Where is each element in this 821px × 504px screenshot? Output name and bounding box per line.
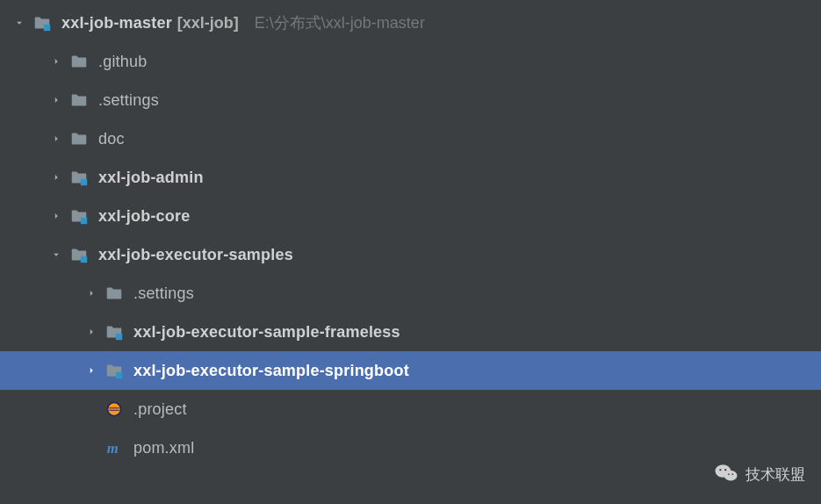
tree-item-label: .settings bbox=[98, 91, 159, 110]
tree-row[interactable]: .project bbox=[0, 390, 821, 428]
maven-icon: m bbox=[102, 436, 126, 460]
module-icon bbox=[102, 320, 126, 344]
chevron-right-icon[interactable] bbox=[81, 287, 102, 299]
svg-point-12 bbox=[724, 469, 726, 471]
watermark-text: 技术联盟 bbox=[745, 464, 805, 485]
svg-rect-5 bbox=[116, 372, 122, 378]
tree-row[interactable]: .settings bbox=[0, 274, 821, 313]
chevron-right-icon[interactable] bbox=[46, 210, 67, 222]
tree-row[interactable]: doc bbox=[0, 119, 821, 158]
tree-row[interactable]: mpom.xml bbox=[0, 428, 821, 467]
tree-item-label: pom.xml bbox=[133, 439, 194, 457]
root-path: E:\分布式\xxl-job-master bbox=[255, 12, 425, 33]
root-name: xxl-job-master bbox=[61, 14, 172, 32]
module-icon bbox=[67, 165, 91, 190]
svg-rect-3 bbox=[81, 256, 87, 263]
tree-row[interactable]: .github bbox=[0, 42, 821, 81]
tree-item-label: doc bbox=[98, 130, 125, 148]
root-bracket: [xxl-job] bbox=[177, 14, 239, 32]
watermark: 技术联盟 bbox=[714, 463, 805, 486]
folder-icon bbox=[67, 88, 91, 112]
folder-icon bbox=[102, 281, 126, 306]
tree-item-label: .settings bbox=[133, 284, 194, 303]
tree-row[interactable]: xxl-job-executor-sample-springboot bbox=[0, 351, 821, 390]
svg-point-10 bbox=[724, 471, 738, 481]
tree-row-root[interactable]: xxl-job-master [xxl-job] E:\分布式\xxl-job-… bbox=[0, 4, 821, 42]
tree-item-label: .github bbox=[98, 53, 147, 71]
tree-row[interactable]: xxl-job-executor-samples bbox=[0, 235, 821, 274]
module-folder-icon bbox=[30, 11, 54, 35]
folder-icon bbox=[67, 49, 91, 74]
svg-rect-2 bbox=[81, 218, 87, 224]
chevron-right-icon[interactable] bbox=[46, 133, 67, 145]
chevron-down-icon[interactable] bbox=[9, 17, 30, 29]
module-icon bbox=[67, 204, 91, 228]
tree-item-label: xxl-job-admin bbox=[98, 169, 204, 187]
svg-rect-1 bbox=[81, 179, 87, 185]
svg-point-13 bbox=[728, 473, 730, 475]
folder-icon bbox=[67, 126, 91, 151]
project-tree: xxl-job-master [xxl-job] E:\分布式\xxl-job-… bbox=[0, 0, 821, 467]
tree-item-label: xxl-job-executor-samples bbox=[98, 246, 293, 264]
tree-item-label: .project bbox=[133, 400, 187, 419]
eclipse-icon bbox=[102, 397, 126, 421]
tree-item-label: xxl-job-executor-sample-springboot bbox=[133, 362, 409, 380]
svg-point-14 bbox=[731, 473, 733, 475]
chevron-right-icon[interactable] bbox=[81, 326, 102, 338]
chevron-right-icon[interactable] bbox=[81, 364, 102, 377]
svg-rect-0 bbox=[44, 25, 50, 31]
tree-item-label: xxl-job-core bbox=[98, 207, 190, 226]
svg-text:m: m bbox=[107, 440, 119, 457]
chevron-down-icon[interactable] bbox=[46, 248, 67, 261]
wechat-icon bbox=[714, 463, 738, 486]
tree-row[interactable]: xxl-job-executor-sample-frameless bbox=[0, 313, 821, 351]
chevron-right-icon[interactable] bbox=[46, 55, 67, 68]
module-icon bbox=[102, 358, 126, 383]
tree-item-label: xxl-job-executor-sample-frameless bbox=[133, 323, 400, 342]
tree-row[interactable]: xxl-job-core bbox=[0, 197, 821, 235]
chevron-right-icon[interactable] bbox=[46, 94, 67, 106]
chevron-right-icon[interactable] bbox=[46, 171, 67, 184]
svg-rect-4 bbox=[116, 334, 122, 340]
tree-row[interactable]: .settings bbox=[0, 81, 821, 119]
svg-point-11 bbox=[719, 469, 721, 471]
module-icon bbox=[67, 242, 91, 267]
tree-row[interactable]: xxl-job-admin bbox=[0, 158, 821, 197]
